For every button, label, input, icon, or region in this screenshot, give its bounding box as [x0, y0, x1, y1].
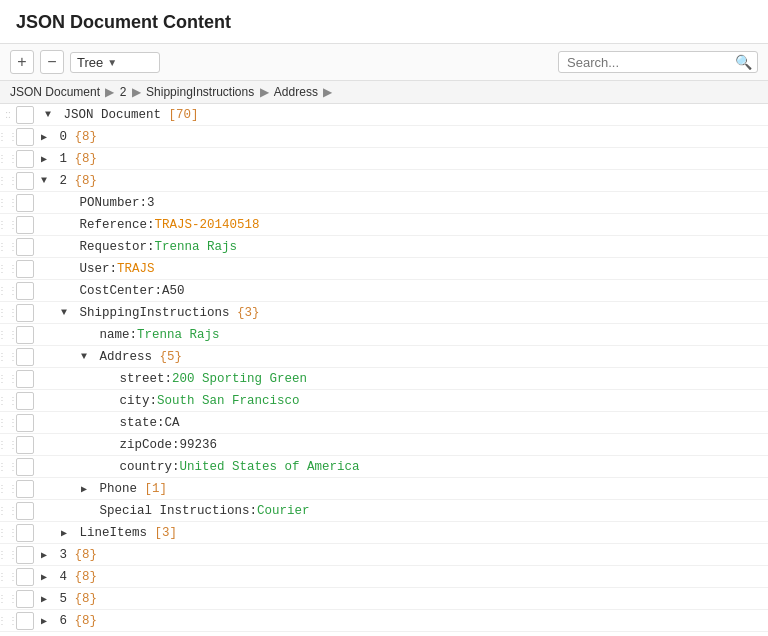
drag-handle: ⋮⋮	[0, 263, 16, 274]
separator: :	[150, 394, 158, 408]
row-checkbox[interactable]	[16, 370, 34, 388]
bracket-count: {3}	[237, 306, 260, 320]
key-text: 5	[52, 592, 67, 606]
row-checkbox[interactable]	[16, 260, 34, 278]
toggle-button[interactable]: ▶	[76, 481, 92, 497]
row-content: ▶ LineItems [3]	[34, 525, 768, 541]
row-checkbox[interactable]	[16, 502, 34, 520]
key-text: Address	[92, 350, 152, 364]
row-checkbox[interactable]	[16, 216, 34, 234]
separator	[67, 570, 75, 584]
drag-handle: ⋮⋮	[0, 241, 16, 252]
row-checkbox[interactable]	[16, 414, 34, 432]
toggle-button[interactable]: ▼	[36, 173, 52, 189]
row-content: ▶ 3 {8}	[34, 547, 768, 563]
row-content: zipCode : 99236	[34, 438, 768, 452]
row-checkbox[interactable]	[16, 480, 34, 498]
key-text: Reference	[72, 218, 147, 232]
row-content: ▶ 6 {8}	[34, 613, 768, 629]
toggle-button[interactable]: ▶	[36, 151, 52, 167]
tree-rows-container: ⋮⋮▶ 0 {8}⋮⋮▶ 1 {8}⋮⋮▼ 2 {8}⋮⋮ PONumber :…	[0, 126, 768, 632]
toggle-button[interactable]: ▼	[40, 107, 56, 123]
toggle-button[interactable]: ▼	[76, 349, 92, 365]
tree-row: ⋮⋮▶ 1 {8}	[0, 148, 768, 170]
drag-handle: ⋮⋮	[0, 439, 16, 450]
toggle-button[interactable]: ▶	[36, 569, 52, 585]
value-text: Courier	[257, 504, 310, 518]
breadcrumb-part: JSON Document	[10, 85, 100, 99]
row-checkbox[interactable]	[16, 392, 34, 410]
row-checkbox[interactable]	[16, 304, 34, 322]
bracket-count: {8}	[75, 152, 98, 166]
tree-row: ⋮⋮ User : TRAJS	[0, 258, 768, 280]
row-content: CostCenter : A50	[34, 284, 768, 298]
value-text: A50	[162, 284, 185, 298]
row-content: ▶ 1 {8}	[34, 151, 768, 167]
row-checkbox[interactable]	[16, 172, 34, 190]
add-button[interactable]: +	[10, 50, 34, 74]
bracket-count: {8}	[75, 570, 98, 584]
row-checkbox[interactable]	[16, 128, 34, 146]
view-select[interactable]: Tree ▼	[70, 52, 160, 73]
row-content: ▼ 2 {8}	[34, 173, 768, 189]
tree-row: ⋮⋮▶ 6 {8}	[0, 610, 768, 632]
row-checkbox[interactable]	[16, 326, 34, 344]
row-checkbox[interactable]	[16, 106, 34, 124]
toggle-button[interactable]: ▶	[36, 547, 52, 563]
row-checkbox[interactable]	[16, 612, 34, 630]
key-text: name	[92, 328, 130, 342]
row-checkbox[interactable]	[16, 238, 34, 256]
key-text: city	[112, 394, 150, 408]
row-checkbox[interactable]	[16, 194, 34, 212]
row-checkbox[interactable]	[16, 458, 34, 476]
toggle-button[interactable]: ▶	[36, 129, 52, 145]
bracket-count: {8}	[75, 174, 98, 188]
separator: :	[172, 438, 180, 452]
separator: :	[147, 218, 155, 232]
separator: :	[130, 328, 138, 342]
row-content: Requestor : Trenna Rajs	[34, 240, 768, 254]
drag-handle: ⋮⋮	[0, 571, 16, 582]
separator	[137, 482, 145, 496]
row-checkbox[interactable]	[16, 590, 34, 608]
value-text: South San Francisco	[157, 394, 300, 408]
value-text: United States of America	[180, 460, 360, 474]
breadcrumb-arrow: ▶	[105, 85, 117, 99]
breadcrumb-part: Address	[274, 85, 318, 99]
drag-handle: ⋮⋮	[0, 395, 16, 406]
toggle-button[interactable]: ▶	[56, 525, 72, 541]
separator: :	[140, 196, 148, 210]
bracket-count: [3]	[155, 526, 178, 540]
drag-handle: ⋮⋮	[0, 373, 16, 384]
search-input[interactable]	[567, 55, 735, 70]
row-checkbox[interactable]	[16, 524, 34, 542]
toggle-button[interactable]: ▼	[56, 305, 72, 321]
tree-row: :: ▼ JSON Document [70]	[0, 104, 768, 126]
key-text: ShippingInstructions	[72, 306, 230, 320]
breadcrumb: JSON Document ▶ 2 ▶ ShippingInstructions…	[0, 81, 768, 104]
key-text: street	[112, 372, 165, 386]
row-content: city : South San Francisco	[34, 394, 768, 408]
key-text: User	[72, 262, 110, 276]
row-checkbox[interactable]	[16, 568, 34, 586]
separator: :	[172, 460, 180, 474]
row-checkbox[interactable]	[16, 348, 34, 366]
tree-row: ⋮⋮▼ Address {5}	[0, 346, 768, 368]
toggle-button[interactable]: ▶	[36, 591, 52, 607]
remove-button[interactable]: −	[40, 50, 64, 74]
row-checkbox[interactable]	[16, 546, 34, 564]
value-text: 99236	[180, 438, 218, 452]
drag-handle: ⋮⋮	[0, 175, 16, 186]
row-checkbox[interactable]	[16, 150, 34, 168]
tree-container: :: ▼ JSON Document [70]	[0, 104, 768, 126]
value-text: TRAJS-20140518	[155, 218, 260, 232]
row-content: ▼ Address {5}	[34, 349, 768, 365]
separator	[67, 174, 75, 188]
key-text: 6	[52, 614, 67, 628]
toggle-button[interactable]: ▶	[36, 613, 52, 629]
row-checkbox[interactable]	[16, 436, 34, 454]
breadcrumb-arrow: ▶	[260, 85, 272, 99]
row-checkbox[interactable]	[16, 282, 34, 300]
tree-row: ⋮⋮ country : United States of America	[0, 456, 768, 478]
value-text: TRAJS	[117, 262, 155, 276]
